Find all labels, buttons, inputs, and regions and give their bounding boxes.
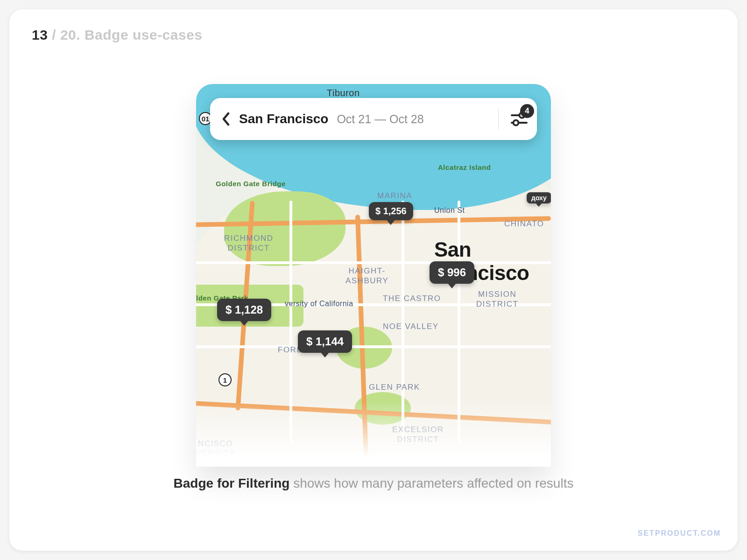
- map-label-ggbridge: Golden Gate Bridge: [216, 180, 286, 188]
- caption-lead: Badge for Filtering: [174, 476, 290, 490]
- search-location[interactable]: San Francisco: [239, 112, 328, 126]
- breadcrumb-title: / 20. Badge use-cases: [48, 27, 202, 42]
- map-label-richmond: RICHMOND DISTRICT: [224, 233, 274, 253]
- price-pin[interactable]: $ 1,256: [369, 202, 413, 220]
- map-label-chinatown: CHINATO: [504, 219, 544, 229]
- caption-rest: shows how many parameters affected on re…: [289, 476, 573, 490]
- svg-point-3: [514, 120, 519, 126]
- device-frame: Tiburon Alcatraz Island Golden Gate Brid…: [196, 84, 551, 467]
- search-date-range[interactable]: Oct 21 — Oct 28: [337, 112, 423, 126]
- filter-badge: 4: [520, 104, 534, 118]
- caption: Badge for Filtering shows how many param…: [9, 476, 738, 491]
- map-label-mission: MISSION DISTRICT: [476, 289, 518, 309]
- search-bar: San Francisco Oct 21 — Oct 28 4: [210, 98, 537, 140]
- breadcrumb-page: 13: [32, 27, 48, 42]
- breadcrumb: 13 / 20. Badge use-cases: [32, 27, 203, 43]
- map-street: [196, 345, 551, 348]
- slide-card: 13 / 20. Badge use-cases Tiburon Alcatra…: [9, 9, 738, 551]
- map-label-sf2: ncisco versity: [196, 439, 235, 459]
- map-label-excelsior: EXCELSIOR DISTRICT: [392, 425, 444, 445]
- map-label-unionst: Union St: [434, 206, 465, 215]
- map-label-university: versity of California: [285, 300, 353, 308]
- chevron-left-icon: [221, 112, 231, 126]
- back-button[interactable]: [215, 108, 237, 130]
- map-park: [224, 191, 345, 266]
- map-label-glenpark: GLEN PARK: [369, 383, 420, 392]
- map-label-noe: NOE VALLEY: [383, 322, 439, 331]
- map-canvas[interactable]: Tiburon Alcatraz Island Golden Gate Brid…: [196, 84, 551, 467]
- price-pin[interactable]: $ 1,128: [217, 299, 271, 321]
- map-label-marina: MARINA: [377, 191, 412, 201]
- map-label-castro: THE CASTRO: [383, 294, 441, 303]
- price-pin[interactable]: $ 1,144: [298, 330, 352, 353]
- route-shield-1: 1: [218, 373, 232, 386]
- map-street: [458, 201, 460, 443]
- watermark: SETPRODUCT.COM: [638, 529, 721, 538]
- separator: [498, 109, 499, 129]
- filter-button[interactable]: 4: [509, 109, 529, 129]
- price-pin-partial[interactable]: доху: [527, 192, 551, 203]
- map-street: [289, 201, 292, 443]
- price-pin[interactable]: $ 996: [430, 261, 474, 284]
- map-label-haight: HAIGHT- ASHBURY: [345, 266, 388, 286]
- map-label-alcatraz: Alcatraz Island: [438, 163, 491, 171]
- map-label-tiburon: Tiburon: [327, 88, 360, 98]
